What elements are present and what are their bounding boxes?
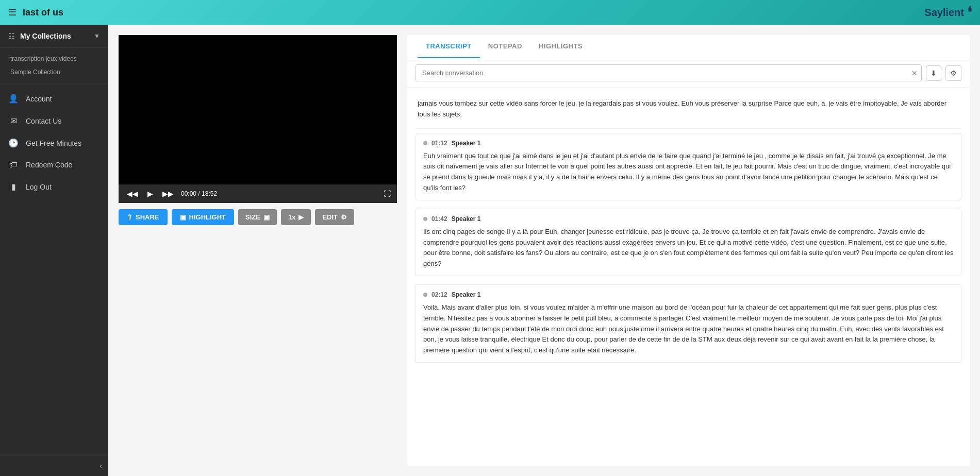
collapse-icon[interactable]: ‹ (99, 462, 102, 470)
timer-icon: 🕑 (8, 138, 19, 148)
share-icon: ⇧ (127, 213, 132, 221)
sidebar-item-contact-us[interactable]: ✉ Contact Us (0, 110, 108, 132)
fullscreen-button[interactable]: ⛶ (384, 190, 391, 198)
sidebar-item-log-out[interactable]: ▮ Log Out (0, 176, 108, 198)
video-action-buttons: ⇧ SHARE ▣ HIGHLIGHT SIZE ▣ 1x ▶ (119, 209, 397, 225)
brand: Saylient ❛ (924, 5, 972, 20)
transcript-block-0: 01:12 Speaker 1 Euh vraiment que tout ce… (416, 133, 961, 200)
timestamp-dot-2 (423, 293, 427, 297)
page-title: last of us (23, 7, 924, 18)
tag-icon: 🏷 (8, 160, 19, 169)
transcript-section: TRANSCRIPT NOTEPAD HIGHLIGHTS ✕ ⬇ ⚙ jama… (407, 35, 970, 466)
speed-icon: ▶ (298, 213, 304, 221)
download-button[interactable]: ⬇ (926, 65, 941, 81)
transcript-text-1: Ils ont cinq pages de songe Il y a là po… (423, 227, 954, 269)
sidebar-item-label-contact: Contact Us (26, 117, 61, 125)
speaker-label-2: Speaker 1 (452, 291, 481, 298)
sidebar: ☷ My Collections ▼ transcription jeux vi… (0, 25, 108, 476)
size-label: SIZE (245, 213, 260, 221)
edit-label: EDIT (322, 213, 338, 221)
transcript-text-0: Euh vraiment que tout ce que j'ai aimé d… (423, 151, 954, 194)
share-button[interactable]: ⇧ SHARE (119, 209, 168, 225)
hamburger-icon[interactable]: ☰ (8, 7, 16, 18)
share-button-label: SHARE (136, 213, 159, 221)
search-input[interactable] (416, 64, 922, 81)
grid-icon: ☷ (8, 32, 15, 40)
sidebar-sub-item-sample[interactable]: Sample Collection (0, 65, 108, 79)
timestamp-dot-0 (423, 141, 427, 145)
transcript-intro-text: jamais vous tombez sur cette vidéo sans … (416, 94, 961, 129)
sidebar-item-redeem-code[interactable]: 🏷 Redeem Code (0, 154, 108, 176)
fast-forward-button[interactable]: ▶▶ (160, 189, 176, 199)
speed-label: 1x (288, 213, 295, 221)
highlight-icon: ▣ (180, 213, 186, 221)
transcript-content: jamais vous tombez sur cette vidéo sans … (407, 88, 970, 466)
video-transcript-layout: ◀◀ ▶ ▶▶ 00:00 / 18:52 ⛶ ⇧ SHARE ▣ HIGHLI… (108, 25, 980, 476)
sidebar-nav: 👤 Account ✉ Contact Us 🕑 Get Free Minute… (0, 83, 108, 455)
settings-button[interactable]: ⚙ (945, 65, 961, 81)
brand-name: Saylient (924, 7, 964, 19)
transcript-block-1: 01:42 Speaker 1 Ils ont cinq pages de so… (416, 209, 961, 276)
account-icon: 👤 (8, 94, 19, 104)
sidebar-item-label-redeem: Redeem Code (26, 161, 72, 169)
search-input-wrapper: ✕ (416, 64, 922, 81)
sidebar-item-get-free-minutes[interactable]: 🕑 Get Free Minutes (0, 132, 108, 154)
video-section: ◀◀ ▶ ▶▶ 00:00 / 18:52 ⛶ ⇧ SHARE ▣ HIGHLI… (119, 35, 397, 466)
sidebar-item-label-account: Account (26, 95, 52, 103)
sidebar-sub-items: transcription jeux videos Sample Collect… (0, 48, 108, 83)
content-area: ◀◀ ▶ ▶▶ 00:00 / 18:52 ⛶ ⇧ SHARE ▣ HIGHLI… (108, 25, 980, 476)
contact-icon: ✉ (8, 116, 19, 126)
search-clear-button[interactable]: ✕ (911, 69, 918, 77)
video-player[interactable] (119, 35, 397, 184)
tab-highlights[interactable]: HIGHLIGHTS (530, 35, 591, 58)
sidebar-sub-item-transcription[interactable]: transcription jeux videos (0, 52, 108, 65)
transcript-block-header-1: 01:42 Speaker 1 (423, 215, 954, 223)
transcript-toolbar-icons: ⬇ ⚙ (926, 65, 961, 81)
collections-header[interactable]: ☷ My Collections ▼ (0, 25, 108, 48)
size-button[interactable]: SIZE ▣ (238, 209, 277, 225)
transcript-block-header-2: 02:12 Speaker 1 (423, 291, 954, 298)
tab-transcript[interactable]: TRANSCRIPT (418, 35, 480, 58)
collections-title: My Collections (20, 32, 94, 40)
sidebar-collapse[interactable]: ‹ (0, 455, 108, 476)
video-controls: ◀◀ ▶ ▶▶ 00:00 / 18:52 ⛶ (119, 184, 397, 203)
sidebar-item-label-free-minutes: Get Free Minutes (26, 139, 81, 147)
speaker-label-1: Speaker 1 (452, 215, 481, 223)
logout-icon: ▮ (8, 182, 19, 192)
sidebar-item-label-logout: Log Out (26, 183, 52, 191)
timestamp-label-1: 01:42 (431, 215, 447, 223)
rewind-button[interactable]: ◀◀ (125, 189, 140, 199)
highlight-button[interactable]: ▣ HIGHLIGHT (172, 209, 235, 225)
main-layout: ☷ My Collections ▼ transcription jeux vi… (0, 25, 980, 476)
brand-dot-icon: ❛ (967, 5, 972, 20)
transcript-block-2: 02:12 Speaker 1 Voilà. Mais avant d'alle… (416, 284, 961, 363)
tab-notepad[interactable]: NOTEPAD (480, 35, 530, 58)
transcript-search-bar: ✕ ⬇ ⚙ (407, 58, 970, 88)
speaker-label-0: Speaker 1 (452, 140, 481, 147)
timestamp-dot-1 (423, 217, 427, 221)
timestamp-label-0: 01:12 (431, 140, 447, 147)
transcript-text-2: Voilà. Mais avant d'aller plus loin, si … (423, 302, 954, 356)
chevron-down-icon: ▼ (94, 32, 100, 40)
sidebar-item-account[interactable]: 👤 Account (0, 88, 108, 110)
transcript-tabs: TRANSCRIPT NOTEPAD HIGHLIGHTS (407, 35, 970, 58)
top-nav: ☰ last of us Saylient ❛ (0, 0, 980, 25)
edit-button[interactable]: EDIT ⚙ (315, 209, 354, 225)
transcript-block-header-0: 01:12 Speaker 1 (423, 140, 954, 147)
speed-button[interactable]: 1x ▶ (281, 209, 311, 225)
monitor-icon: ▣ (263, 213, 270, 221)
video-time-display: 00:00 / 18:52 (181, 190, 378, 197)
play-button[interactable]: ▶ (145, 189, 155, 199)
highlight-button-label: HIGHLIGHT (189, 213, 226, 221)
gear-icon: ⚙ (341, 213, 347, 221)
timestamp-label-2: 02:12 (431, 291, 447, 298)
